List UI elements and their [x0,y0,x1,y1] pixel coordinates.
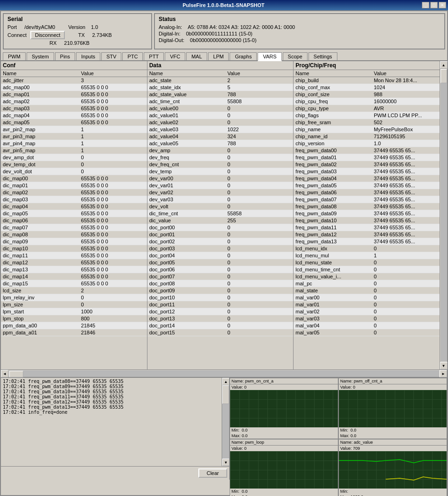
table-row: freq_pwm_data0237449 65535 65... [294,161,440,168]
graph-pwm-on-canvas [230,390,338,427]
graph-adc-name: Name: adc_value [339,439,447,446]
scroll-thumb[interactable] [441,69,447,83]
table-row: mal_var030 [294,315,440,322]
table-row: doc_port060 [147,266,294,273]
connect-label: Connect [7,32,27,38]
table-row: mal_var050 [294,329,440,336]
graph-pwm-loop-canvas [230,451,338,489]
conf-rows: adc_jitter3adc_map0065535 0 0 0adc_map01… [1,77,147,362]
tab-vfc[interactable]: VFC [165,52,185,60]
serial-rx-row: RX 210.976KB [7,40,147,46]
tab-graphs[interactable]: Graphs [230,52,257,60]
table-row: mal_var020 [294,308,440,315]
table-row: dic_map0665535 0 0 0 [1,217,147,224]
conf-col-headers: Name Value [1,70,147,77]
log-controls: Clear [1,466,229,480]
table-row: dic_map1265535 0 0 0 [1,259,147,266]
disconnect-button[interactable]: Disconnect [30,31,65,39]
table-row: dic_map1165535 0 0 0 [1,252,147,259]
top-panels: Serial Port /dev/ttyACM0 Version 1.0 Con… [1,11,447,51]
graph-pwm-off-min: Min: 0.0 [339,427,447,433]
table-row: doc_port070 [147,273,294,280]
log-scrollbar[interactable]: ▲ ▼ [222,378,229,466]
tab-scope[interactable]: Scope [283,52,308,60]
scroll-left-button[interactable]: ◄ [1,370,8,377]
log-line: 17:02:41 freq_pwm_data09==37449 65535 65… [2,384,221,389]
table-row: avr_pin3_map1 [1,133,147,140]
table-row: dic_map0765535 0 0 0 [1,224,147,231]
table-row: ppm_data_a0021845 [1,322,147,329]
tab-system[interactable]: System [27,52,54,60]
table-row: dic_time_cnt55858 [147,210,294,217]
table-row: dic_map1365535 0 0 0 [1,266,147,273]
table-row: mal_var040 [294,322,440,329]
table-row: dev_var030 [147,196,294,203]
table-row: dev_temp0 [147,168,294,175]
graph-adc-max: Max: 1022.0 [339,494,447,496]
maximize-button[interactable]: □ [430,2,438,8]
graphs-panel: Name: pwm_on_cnt_a Value: 0 Min: 0.0 Max… [230,378,447,480]
tab-lpm[interactable]: LPM [208,52,229,60]
log-panel: 17:02:41 freq_pwm_data08==37449 65535 65… [1,378,230,480]
window-controls[interactable]: _ □ ✕ [422,2,446,8]
tab-vars[interactable]: VARS [258,52,281,61]
table-row: dic_map1065535 0 0 0 [1,245,147,252]
table-row: doc_port080 [147,280,294,287]
conf-value-header: Value [81,71,145,76]
tab-ptt[interactable]: PTT [144,52,164,60]
version-label: Version [68,24,85,30]
serial-connect-row: Connect Disconnect TX 2.734KB [7,31,147,39]
bottom-scroll-track[interactable] [9,370,439,377]
table-row: freq_pwm_data0637449 65535 65... [294,189,440,196]
right-scrollbar[interactable]: ▲ ▼ [440,61,447,369]
graph-pwm-loop: Name: pwm_loop Value: 0 Min: 0.0 Max: 0.… [230,439,338,496]
bottom-scrollbar[interactable]: ◄ ► [1,369,447,377]
log-scroll-track[interactable] [222,385,229,459]
log-line: 17:02:41 freq_pwm_data12==37449 65535 65… [2,399,221,404]
clear-button[interactable]: Clear [198,468,227,478]
log-scroll-thumb[interactable] [222,385,229,404]
table-row: dev_freq_cnt0 [147,161,294,168]
bottom-area: 17:02:41 freq_pwm_data08==37449 65535 65… [1,377,447,480]
title-bar: PulseFire 1.0.0-Beta1-SNAPSHOT _ □ ✕ [0,0,448,10]
tab-settings[interactable]: Settings [308,52,337,60]
table-row: dev_var000 [147,175,294,182]
table-row: dic_map0965535 0 0 0 [1,238,147,245]
table-row: freq_pwm_data0437449 65535 65... [294,175,440,182]
scroll-up-button[interactable]: ▲ [440,61,448,69]
tab-pins[interactable]: Pins [55,52,75,60]
tab-stv[interactable]: STV [101,52,121,60]
table-row: mal_var010 [294,301,440,308]
table-row: chip_cpu_freq16000000 [294,98,440,105]
table-row: freq_pwm_data1137449 65535 65... [294,224,440,231]
table-row: adc_time_cnt55808 [147,98,294,105]
table-row: adc_state_value788 [147,91,294,98]
table-row: doc_port100 [147,294,294,301]
table-row: adc_map0065535 0 0 0 [1,84,147,91]
table-row: dev_var010 [147,182,294,189]
port-value: /dev/ttyACM0 [24,24,55,30]
conf-header: Conf [1,61,147,70]
table-row: doc_port000 [147,224,294,231]
tab-pwm[interactable]: PWM [3,52,26,60]
log-scroll-down[interactable]: ▼ [222,459,229,466]
tab-inputs[interactable]: Inputs [76,52,100,60]
bottom-scroll-thumb[interactable] [9,371,23,377]
close-button[interactable]: ✕ [439,2,446,8]
tab-mal[interactable]: MAL [186,52,207,60]
serial-port-row: Port /dev/ttyACM0 Version 1.0 [7,24,147,30]
log-line: 17:02:41 freq_pwm_data13==37449 65535 65… [2,404,221,410]
rx-label: RX [49,40,56,46]
table-row: freq_pwm_data1337449 65535 65... [294,238,440,245]
scroll-down-button[interactable]: ▼ [440,362,448,369]
scroll-track[interactable] [441,69,447,361]
scroll-right-button[interactable]: ► [440,370,447,377]
table-row: freq_pwm_data0537449 65535 65... [294,182,440,189]
log-line: 17:02:41 freq_pwm_data10==37449 65535 65… [2,389,221,394]
minimize-button[interactable]: _ [422,2,429,8]
tab-ptc[interactable]: PTC [122,52,143,60]
log-scroll-up[interactable]: ▲ [222,378,229,385]
table-row: doc_port110 [147,301,294,308]
data-name-header: Name [149,71,228,76]
table-row: adc_map0565535 0 0 0 [1,119,147,126]
